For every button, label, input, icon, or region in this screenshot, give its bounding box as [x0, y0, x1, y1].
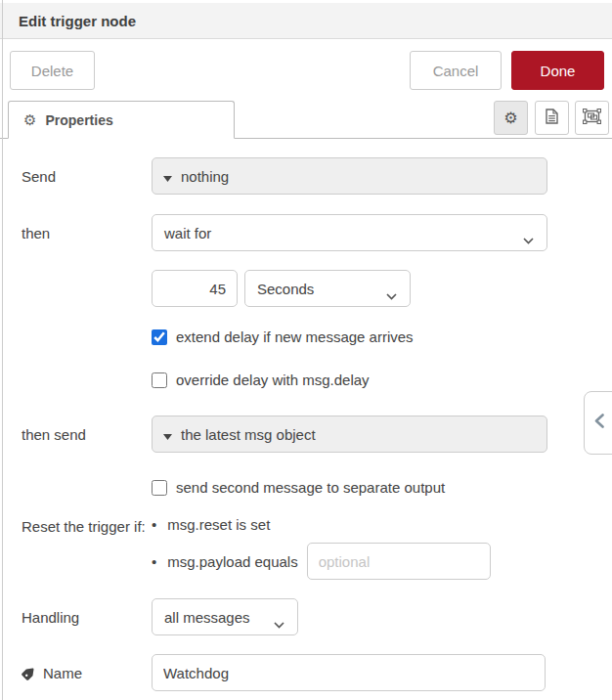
object-group-icon — [583, 109, 601, 128]
extend-delay-label: extend delay if new message arrives — [176, 328, 414, 345]
edit-properties-button[interactable]: ⚙ — [494, 101, 528, 135]
name-label-text: Name — [43, 665, 82, 681]
action-button-row: Delete Cancel Done — [0, 39, 612, 97]
handling-label: Handling — [22, 609, 152, 626]
tab-properties-label: Properties — [45, 112, 112, 128]
duration-input[interactable] — [152, 270, 238, 307]
properties-form: Send nothing then wait for Seconds — [0, 157, 612, 691]
dialog-header: Edit trigger node — [0, 3, 612, 39]
tray-edge-divider — [2, 0, 3, 700]
then-label: then — [22, 225, 152, 241]
send-typed-input[interactable]: nothing — [152, 157, 547, 195]
then-action-select-value: wait for — [164, 225, 211, 241]
chevron-down-icon — [523, 231, 534, 247]
handling-select[interactable]: all messages — [152, 598, 298, 635]
then-send-typed-input-value: the latest msg object — [181, 426, 316, 443]
override-delay-label: override delay with msg.delay — [176, 372, 370, 388]
cancel-button[interactable]: Cancel — [410, 51, 502, 90]
extend-delay-checkbox[interactable] — [152, 329, 167, 345]
tab-properties[interactable]: ⚙ Properties — [8, 101, 235, 139]
gear-icon: ⚙ — [23, 112, 36, 127]
chevron-left-icon — [594, 414, 604, 432]
send-row: Send nothing — [22, 157, 612, 195]
tag-icon — [22, 666, 36, 680]
gear-icon: ⚙ — [503, 110, 517, 126]
done-button[interactable]: Done — [511, 51, 604, 90]
reset-section: Reset the trigger if: msg.reset is set m… — [22, 516, 612, 580]
tray-collapse-button[interactable] — [584, 391, 612, 455]
extend-delay-row: extend delay if new message arrives — [152, 328, 612, 345]
handling-select-value: all messages — [164, 609, 250, 626]
description-button[interactable] — [535, 101, 569, 135]
edit-trigger-node-dialog: Edit trigger node Delete Cancel Done ⚙ P… — [0, 0, 612, 700]
document-icon — [546, 109, 558, 128]
reset-label: Reset the trigger if: — [22, 516, 152, 535]
reset-rule-msg-reset: msg.reset is set — [152, 516, 491, 533]
second-output-checkbox[interactable] — [152, 480, 167, 496]
chevron-down-icon — [274, 615, 284, 632]
handling-row: Handling all messages — [22, 598, 612, 635]
then-send-row: then send the latest msg object — [22, 416, 612, 453]
override-delay-checkbox[interactable] — [152, 372, 167, 388]
caret-down-icon — [163, 168, 172, 185]
reset-rule-payload-text: msg.payload equals — [152, 553, 298, 570]
name-label: Name — [22, 665, 152, 681]
then-action-select[interactable]: wait for — [152, 214, 547, 251]
dialog-title: Edit trigger node — [19, 13, 136, 29]
name-row: Name — [22, 654, 612, 691]
caret-down-icon — [163, 426, 172, 443]
then-row: then wait for — [22, 214, 612, 251]
duration-row: Seconds — [152, 270, 612, 307]
editor-tabbar: ⚙ Properties ⚙ — [0, 97, 612, 139]
reset-rule-msg-reset-text: msg.reset is set — [167, 516, 270, 533]
send-typed-input-value: nothing — [181, 168, 229, 185]
reset-rules: msg.reset is set msg.payload equals — [152, 516, 491, 580]
override-delay-row: override delay with msg.delay — [152, 372, 612, 388]
chevron-down-icon — [386, 286, 397, 303]
reset-rule-payload-row: msg.payload equals — [152, 543, 491, 580]
reset-payload-input[interactable] — [307, 543, 491, 580]
then-send-typed-input[interactable]: the latest msg object — [152, 416, 547, 453]
appearance-button[interactable] — [575, 101, 609, 135]
delete-button[interactable]: Delete — [10, 51, 95, 90]
then-send-label: then send — [22, 426, 152, 443]
name-input[interactable] — [152, 654, 546, 691]
second-output-row: send second message to separate output — [152, 479, 612, 496]
send-label: Send — [22, 168, 152, 185]
duration-units-select[interactable]: Seconds — [244, 270, 411, 307]
duration-units-value: Seconds — [257, 281, 314, 297]
second-output-label: send second message to separate output — [176, 479, 445, 496]
